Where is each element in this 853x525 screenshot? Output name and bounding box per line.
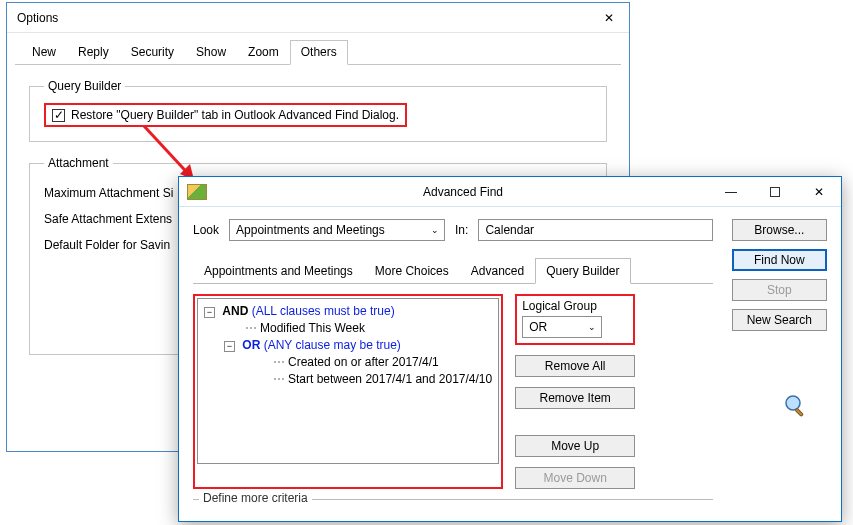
and-hint: (ALL clauses must be true) xyxy=(252,304,395,318)
restore-qb-checkbox[interactable]: ✓ xyxy=(52,109,65,122)
tab-advanced[interactable]: Advanced xyxy=(460,258,535,284)
logical-group-label: Logical Group xyxy=(522,299,628,313)
in-label: In: xyxy=(455,223,468,237)
options-tabs: New Reply Security Show Zoom Others xyxy=(15,39,621,65)
in-value-field[interactable]: Calendar xyxy=(478,219,713,241)
magnifier-icon xyxy=(783,393,807,417)
maximize-button[interactable] xyxy=(753,177,797,207)
remove-item-button[interactable]: Remove Item xyxy=(515,387,635,409)
right-button-column: Browse... Find Now Stop New Search xyxy=(732,219,827,331)
define-more-group: Define more criteria xyxy=(193,499,713,514)
and-node[interactable]: − AND (ALL clauses must be true) xyxy=(204,303,492,320)
advfind-app-icon xyxy=(187,184,207,200)
tree-connector-icon: ⋯ xyxy=(242,320,260,337)
query-builder-legend: Query Builder xyxy=(44,79,125,93)
define-more-label: Define more criteria xyxy=(199,491,312,505)
maximize-icon xyxy=(770,187,780,197)
advfind-tabs: Appointments and Meetings More Choices A… xyxy=(193,257,713,284)
options-titlebar[interactable]: Options ✕ xyxy=(7,3,629,33)
options-close-button[interactable]: ✕ xyxy=(589,3,629,33)
tab-appointments[interactable]: Appointments and Meetings xyxy=(193,258,364,284)
look-label: Look xyxy=(193,223,219,237)
tree-leaf[interactable]: ⋯Start between 2017/4/1 and 2017/4/10 xyxy=(204,371,492,388)
tree-connector-icon: ⋯ xyxy=(270,371,288,388)
new-search-button[interactable]: New Search xyxy=(732,309,827,331)
minimize-icon: — xyxy=(725,185,737,199)
look-row: Look ⌄ In: Calendar xyxy=(193,219,713,241)
svg-point-0 xyxy=(786,396,800,410)
checkmark-icon: ✓ xyxy=(54,110,64,121)
tab-more-choices[interactable]: More Choices xyxy=(364,258,460,284)
in-value: Calendar xyxy=(485,223,534,237)
or-node[interactable]: − OR (ANY clause may be true) xyxy=(204,337,492,354)
tree-leaf[interactable]: ⋯Modified This Week xyxy=(204,320,492,337)
tab-reply[interactable]: Reply xyxy=(67,40,120,65)
window-buttons: — ✕ xyxy=(709,177,841,207)
query-builder-area: − AND (ALL clauses must be true) ⋯Modifi… xyxy=(193,294,623,489)
advfind-titlebar[interactable]: Advanced Find — ✕ xyxy=(179,177,841,207)
look-combo[interactable]: ⌄ xyxy=(229,219,445,241)
find-now-button[interactable]: Find Now xyxy=(732,249,827,271)
tab-query-builder[interactable]: Query Builder xyxy=(535,258,630,284)
tab-zoom[interactable]: Zoom xyxy=(237,40,290,65)
options-title: Options xyxy=(7,11,589,25)
tree-highlight: − AND (ALL clauses must be true) ⋯Modifi… xyxy=(193,294,503,489)
close-button[interactable]: ✕ xyxy=(797,177,841,207)
tab-new[interactable]: New xyxy=(21,40,67,65)
logical-group-combo[interactable]: ⌄ xyxy=(522,316,602,338)
middle-column: Logical Group ⌄ Remove All Remove Item M… xyxy=(515,294,635,489)
clause-tree[interactable]: − AND (ALL clauses must be true) ⋯Modifi… xyxy=(197,298,499,464)
tab-others[interactable]: Others xyxy=(290,40,348,65)
stop-button[interactable]: Stop xyxy=(732,279,827,301)
tab-show[interactable]: Show xyxy=(185,40,237,65)
and-keyword: AND xyxy=(222,304,248,318)
move-up-button[interactable]: Move Up xyxy=(515,435,635,457)
leaf-label: Modified This Week xyxy=(260,321,365,335)
advfind-title: Advanced Find xyxy=(207,185,709,199)
close-icon: ✕ xyxy=(604,11,614,25)
remove-all-button[interactable]: Remove All xyxy=(515,355,635,377)
minimize-button[interactable]: — xyxy=(709,177,753,207)
collapse-icon[interactable]: − xyxy=(204,307,215,318)
look-input[interactable] xyxy=(229,219,445,241)
tab-security[interactable]: Security xyxy=(120,40,185,65)
svg-rect-1 xyxy=(795,408,803,416)
or-hint: (ANY clause may be true) xyxy=(264,338,401,352)
query-builder-group: Query Builder ✓ Restore "Query Builder" … xyxy=(29,79,607,142)
or-keyword: OR xyxy=(242,338,260,352)
highlight-box: ✓ Restore "Query Builder" tab in Outlook… xyxy=(44,103,407,127)
logical-group-highlight: Logical Group ⌄ xyxy=(515,294,635,345)
attachment-legend: Attachment xyxy=(44,156,113,170)
collapse-icon[interactable]: − xyxy=(224,341,235,352)
leaf-label: Created on or after 2017/4/1 xyxy=(288,355,439,369)
restore-qb-label: Restore "Query Builder" tab in Outlook A… xyxy=(71,108,399,122)
logical-group-input[interactable] xyxy=(522,316,602,338)
browse-button[interactable]: Browse... xyxy=(732,219,827,241)
tree-leaf[interactable]: ⋯Created on or after 2017/4/1 xyxy=(204,354,492,371)
close-icon: ✕ xyxy=(814,185,824,199)
advanced-find-window: Advanced Find — ✕ Browse... Find Now Sto… xyxy=(178,176,842,522)
tree-connector-icon: ⋯ xyxy=(270,354,288,371)
leaf-label: Start between 2017/4/1 and 2017/4/10 xyxy=(288,372,492,386)
move-down-button[interactable]: Move Down xyxy=(515,467,635,489)
